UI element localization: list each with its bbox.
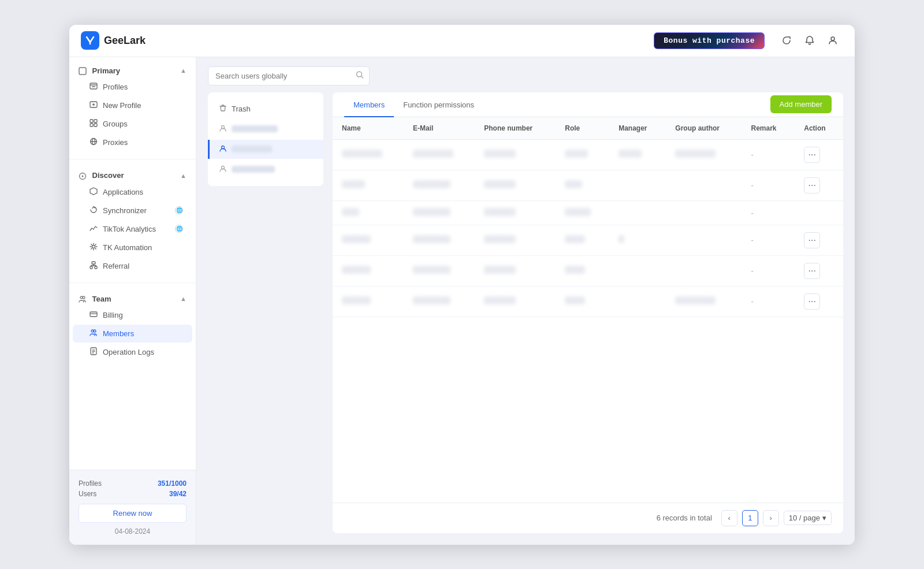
sidebar: Primary ▲ Profiles New Profile — [69, 57, 196, 545]
cell-group-3 — [666, 225, 742, 255]
user-avatar-icon-2 — [219, 144, 227, 154]
primary-section-header[interactable]: Primary ▲ — [69, 62, 196, 78]
sidebar-item-members[interactable]: Members — [73, 325, 192, 343]
cell-group-4 — [666, 255, 742, 286]
action-button-4[interactable]: ··· — [804, 263, 820, 279]
svg-rect-10 — [90, 124, 93, 127]
sidebar-item-synchronizer[interactable]: Synchronizer 🌐 — [73, 202, 192, 220]
action-button-3[interactable]: ··· — [804, 232, 820, 248]
bonus-badge[interactable]: Bonus with purchase — [654, 32, 765, 49]
cell-name-0 — [333, 139, 404, 170]
cell-remark-2: - — [742, 200, 795, 225]
tiktok-globe-icon: 🌐 — [175, 225, 183, 233]
action-button-0[interactable]: ··· — [804, 147, 820, 163]
team-section-header[interactable]: Team ▲ — [69, 290, 196, 306]
sidebar-item-tiktok-analytics[interactable]: TikTok Analytics 🌐 — [73, 220, 192, 238]
two-col-layout: Trash — [196, 92, 855, 545]
app-name: GeeLark — [104, 35, 146, 47]
account-button[interactable] — [822, 30, 843, 51]
svg-rect-2 — [90, 83, 97, 89]
sidebar-item-profiles[interactable]: Profiles — [73, 78, 192, 96]
team-chevron: ▲ — [180, 295, 187, 302]
user-item-3[interactable] — [208, 160, 323, 179]
col-phone: Phone number — [475, 117, 556, 140]
sidebar-item-groups[interactable]: Groups — [73, 115, 192, 133]
sidebar-item-billing[interactable]: Billing — [73, 306, 192, 324]
cell-remark-0: - — [742, 139, 795, 170]
tk-automation-label: TK Automation — [103, 243, 152, 252]
new-profile-label: New Profile — [103, 101, 141, 110]
cell-group-5 — [666, 286, 742, 317]
cell-email-3 — [404, 225, 475, 255]
table-row: - ··· — [333, 170, 843, 200]
billing-label: Billing — [103, 311, 123, 319]
trash-item[interactable]: Trash — [208, 99, 323, 118]
cell-phone-2 — [475, 200, 556, 225]
discover-section-label: Discover — [79, 171, 124, 180]
table-row: - ··· — [333, 225, 843, 255]
referral-label: Referral — [103, 262, 129, 270]
search-input[interactable] — [208, 66, 370, 85]
renew-button[interactable]: Renew now — [79, 504, 187, 523]
trash-label: Trash — [232, 105, 251, 113]
sidebar-divider-1 — [69, 159, 196, 159]
refresh-button[interactable] — [776, 30, 797, 51]
team-section: Team ▲ Billing Members — [69, 285, 196, 367]
page-size-chevron: ▾ — [822, 514, 826, 522]
cell-email-4 — [404, 255, 475, 286]
page-size-label: 10 / page — [789, 514, 820, 522]
cell-manager-0 — [609, 139, 666, 170]
members-label: Members — [103, 329, 134, 338]
team-section-label: Team — [79, 295, 111, 304]
notifications-button[interactable] — [799, 30, 820, 51]
user-avatar-icon-3 — [219, 165, 227, 174]
sidebar-item-tk-automation[interactable]: TK Automation — [73, 239, 192, 256]
cell-action-2 — [795, 200, 843, 225]
action-button-1[interactable]: ··· — [804, 177, 820, 194]
user-item-1[interactable] — [208, 120, 323, 139]
cell-remark-5: - — [742, 286, 795, 317]
add-member-button[interactable]: Add member — [770, 95, 832, 113]
proxies-icon — [89, 137, 98, 147]
search-button[interactable] — [356, 71, 364, 81]
cell-phone-5 — [475, 286, 556, 317]
tab-members[interactable]: Members — [344, 92, 394, 117]
action-button-5[interactable]: ··· — [804, 293, 820, 310]
sidebar-item-operation-logs[interactable]: Operation Logs — [73, 343, 192, 361]
sidebar-item-referral[interactable]: Referral — [73, 257, 192, 275]
sidebar-item-applications[interactable]: Applications — [73, 183, 192, 201]
members-icon — [89, 329, 98, 339]
cell-action-0: ··· — [795, 139, 843, 170]
tab-function-permissions[interactable]: Function permissions — [394, 92, 483, 117]
sidebar-item-new-profile[interactable]: New Profile — [73, 96, 192, 114]
svg-rect-1 — [79, 68, 86, 75]
applications-label: Applications — [103, 188, 143, 196]
cell-group-0 — [666, 139, 742, 170]
prev-page-button[interactable]: ‹ — [721, 510, 737, 526]
cell-name-2 — [333, 200, 404, 225]
svg-point-0 — [831, 37, 834, 40]
discover-section-header[interactable]: Discover ▲ — [69, 166, 196, 183]
app-window: GeeLark Bonus with purchase — [69, 25, 855, 545]
current-page[interactable]: 1 — [742, 510, 758, 526]
primary-section: Primary ▲ Profiles New Profile — [69, 57, 196, 157]
page-size-select[interactable]: 10 / page ▾ — [784, 511, 832, 525]
table-row: - ··· — [333, 286, 843, 317]
app-logo: GeeLark — [81, 31, 146, 50]
operation-logs-label: Operation Logs — [103, 348, 154, 356]
cell-role-1 — [556, 170, 609, 200]
cell-manager-4 — [609, 255, 666, 286]
sidebar-stats-users: Users 39/42 — [79, 490, 187, 498]
col-action: Action — [795, 117, 843, 140]
sidebar-item-proxies[interactable]: Proxies — [73, 133, 192, 151]
cell-remark-1: - — [742, 170, 795, 200]
next-page-button[interactable]: › — [763, 510, 779, 526]
user-item-2[interactable] — [208, 140, 323, 159]
table-row: - — [333, 200, 843, 225]
pagination-info: 6 records in total — [657, 514, 712, 522]
cell-name-1 — [333, 170, 404, 200]
cell-manager-2 — [609, 200, 666, 225]
cell-role-2 — [556, 200, 609, 225]
svg-rect-11 — [94, 124, 97, 127]
svg-marker-17 — [90, 188, 97, 195]
